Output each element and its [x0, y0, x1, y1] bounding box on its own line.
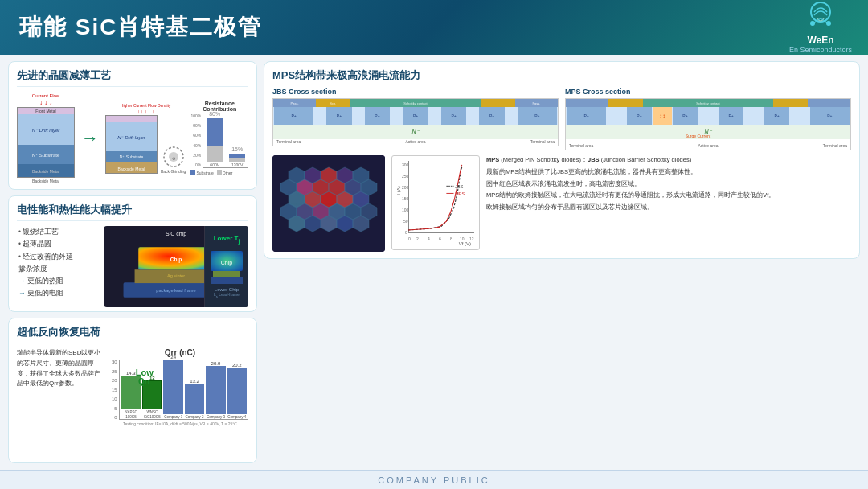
svg-rect-17	[213, 271, 240, 277]
bullet-5: 更低的电阻	[17, 287, 97, 299]
jbs-section: JBS Cross section Pass. Sch. Schottky co…	[272, 88, 559, 150]
charge-title: 超低反向恢复电荷	[17, 325, 248, 343]
iv-chart: I (A) Vf (V) 300 250 200 150 100 50 0 0 …	[391, 155, 480, 250]
bullet-mps-5: 欧姆接触区域均匀的分布于晶圆有源区以及芯片边缘区域。	[486, 203, 851, 213]
logo-area: WeEn En Semiconductors	[789, 1, 852, 54]
backside-metal2: Backside Metal	[106, 162, 157, 174]
n-substrate-layer: N⁺ Substrate	[18, 145, 74, 164]
mps-cs-label: MPS Cross section	[565, 88, 851, 96]
footer-text: COMPANY PUBLIC	[378, 475, 489, 485]
charge-content: 瑞能半导体最新的SBD以更小的芯片尺寸、更薄的晶圆厚度，获得了全球大多数品牌产品…	[17, 348, 248, 458]
low-qrr-badge: Low Qrr	[136, 368, 154, 386]
lower-tj-panel: Lower Tj Chip	[204, 226, 248, 307]
sic-chip-label: SiC chip	[166, 231, 186, 236]
ween-logo-icon	[801, 1, 840, 33]
bar-company4: 20.2 Company 4	[227, 363, 247, 419]
page-title: 瑞能 SiC肖特基二极管	[19, 12, 262, 43]
process-arrow: →	[81, 128, 99, 149]
resistance-chart-title: Resistance Contribution	[190, 101, 248, 112]
front-metal-layer: Front Metal	[18, 108, 74, 114]
header: 瑞能 SiC肖特基二极管 WeEn En Semiconductors	[0, 0, 868, 55]
mps-micro-image	[272, 155, 385, 252]
wafer-title: 先进的晶圆减薄工艺	[17, 68, 248, 87]
charge-text: 瑞能半导体最新的SBD以更小的芯片尺寸、更薄的晶圆厚度，获得了全球大多数品牌产品…	[17, 348, 105, 458]
svg-text:MPS: MPS	[455, 191, 465, 196]
iv-y-label: I (A)	[396, 186, 401, 195]
thermal-bullets: 银烧结工艺 超薄晶圆 经过改善的外延掺杂浓度 更低的热阻 更低的电阻	[17, 226, 97, 307]
bullet-4: 更低的热阻	[17, 275, 97, 287]
mps-cs-section: MPS Cross section Ohmic contact Schottky…	[565, 88, 851, 150]
low-text: Low	[136, 368, 154, 377]
svg-text:Chip: Chip	[170, 257, 182, 263]
svg-text:Ag sinter: Ag sinter	[167, 273, 185, 278]
backside-metal-layer: Backside Metal	[18, 164, 74, 178]
bullet-mps-1: MPS (Merged PiN Schottky diodes)；JBS (Ju…	[486, 155, 851, 166]
n-drift-layer: N⁻ Drift layer	[18, 114, 74, 145]
charge-card: 超低反向恢复电荷 瑞能半导体最新的SBD以更小的芯片尺寸、更薄的晶圆厚度，获得了…	[8, 318, 257, 463]
logo-name: WeEn	[807, 35, 833, 46]
bullet-1: 银烧结工艺	[17, 226, 97, 238]
logo-subtitle: En Semiconductors	[789, 46, 852, 54]
footer: COMPANY PUBLIC	[0, 470, 868, 489]
iv-curves-svg: JBS MPS	[408, 161, 474, 233]
backside-bottom-label: Backside Metal	[17, 179, 75, 183]
bar-company2: 13.2 Company 2	[185, 379, 204, 419]
svg-rect-18	[211, 277, 243, 284]
n-drift-layer2: N⁻ Drift layer	[106, 122, 157, 151]
svg-text:Chip: Chip	[221, 260, 233, 266]
bar-company3: 20.9 Company 3	[206, 361, 225, 419]
svg-text:JBS: JBS	[455, 184, 463, 189]
cross-sections: JBS Cross section Pass. Sch. Schottky co…	[272, 88, 851, 150]
thermal-content: 银烧结工艺 超薄晶圆 经过改善的外延掺杂浓度 更低的热阻 更低的电阻 SiC c…	[17, 226, 248, 307]
jbs-label: JBS Cross section	[272, 88, 559, 96]
bullet-2: 超薄晶圆	[17, 238, 97, 250]
right-column: MPS结构带来极高浪涌电流能力 JBS Cross section Pass. …	[264, 61, 860, 463]
mps-cs-diagram: Ohmic contact Schottky contact P+	[565, 98, 851, 150]
mps-bullets: MPS (Merged PiN Schottky diodes)；JBS (Ju…	[486, 155, 851, 213]
lower-tj-label: Lower Tj	[214, 235, 240, 244]
thermal-title: 电性能和热性能大幅提升	[17, 203, 248, 221]
lead-frame-label: Ls Lead-frame	[214, 292, 240, 298]
back-grinding-label: Back Grinding	[161, 169, 186, 174]
current-flow-label: Current Flow	[17, 93, 75, 98]
qrr-text: Qrr	[136, 377, 154, 386]
wafer-card: 先进的晶圆减薄工艺 Current Flow ↓ ↓ ↓ Front Metal…	[8, 61, 257, 190]
mps-bottom: I (A) Vf (V) 300 250 200 150 100 50 0 0 …	[272, 155, 851, 252]
mps-card: MPS结构带来极高浪涌电流能力 JBS Cross section Pass. …	[264, 61, 860, 259]
surge-current-label: Surge Current	[686, 134, 710, 138]
bullet-mps-4: MPS结构的欧姆接触区域，在大电流流经时有更低的导通阻抗，形成大电流通路，同时产…	[486, 191, 851, 201]
main-content: 先进的晶圆减薄工艺 Current Flow ↓ ↓ ↓ Front Metal…	[0, 55, 868, 470]
iv-x-label: Vf (V)	[459, 241, 471, 246]
test-condition: Testing condition: IF=10A, di/dt = 500A/…	[112, 421, 248, 426]
bullet-3: 经过改善的外延掺杂浓度	[17, 251, 97, 276]
thermal-image: SiC chip	[104, 226, 248, 307]
svg-text:package lead frame: package lead frame	[156, 288, 195, 293]
qrr-chart-area: Qrr (nC) 302520151050 Low Qrr	[112, 348, 248, 458]
left-column: 先进的晶圆减薄工艺 Current Flow ↓ ↓ ↓ Front Metal…	[8, 61, 257, 463]
bar-company1: 24 Company 1	[163, 355, 182, 419]
grinding-icon: ⚙	[162, 145, 186, 169]
wafer-content: Current Flow ↓ ↓ ↓ Front Metal N⁻ Drift …	[17, 92, 248, 185]
mps-title: MPS结构带来极高浪涌电流能力	[272, 68, 851, 83]
resistance-chart: Resistance Contribution 100%80%60%40%20%…	[190, 101, 248, 177]
jbs-diagram: Pass. Sch. Schottky contact Pass. P+ P+	[272, 98, 559, 146]
micro-svg	[272, 155, 385, 252]
n-sub-layer2: N⁺ Substrate	[106, 151, 157, 162]
lower-chip-svg: Chip	[207, 247, 247, 287]
bullet-mps-3: 图中红色区域表示浪涌电流发生时，高电流密度区域。	[486, 179, 851, 190]
higher-current-label: Higher Current Flow Density	[121, 103, 171, 108]
thermal-card: 电性能和热性能大幅提升 银烧结工艺 超薄晶圆 经过改善的外延掺杂浓度 更低的热阻…	[8, 195, 257, 312]
bullet-mps-2: 最新的MPS结构提供了比JBS更高的抗浪涌电流能，器件具有更高整体性。	[486, 167, 851, 178]
mps-bullets-area: MPS (Merged PiN Schottky diodes)；JBS (Ju…	[486, 155, 851, 252]
